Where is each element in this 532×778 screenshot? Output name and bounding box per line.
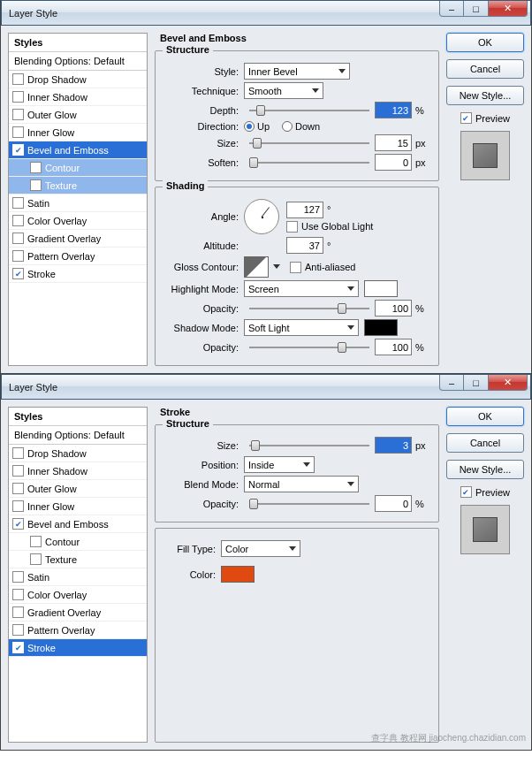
checkbox-icon[interactable] [12, 624, 24, 636]
minimize-button[interactable]: – [439, 1, 464, 17]
shadow-opacity-slider[interactable] [249, 340, 369, 355]
checkbox-icon[interactable] [12, 606, 24, 618]
checkbox-icon[interactable] [12, 250, 24, 262]
style-texture[interactable]: Texture [9, 551, 147, 568]
checkbox-icon[interactable] [12, 268, 24, 279]
checkbox-icon[interactable] [30, 536, 42, 547]
stroke-size-slider[interactable] [249, 439, 369, 453]
direction-down-radio[interactable] [282, 121, 293, 132]
ok-button[interactable]: OK [446, 407, 524, 426]
style-color-overlay[interactable]: Color Overlay [9, 586, 147, 604]
blending-options[interactable]: Blending Options: Default [9, 52, 147, 71]
checkbox-icon[interactable] [12, 518, 24, 530]
checkbox-icon[interactable] [12, 73, 24, 85]
style-select[interactable]: Inner Bevel [244, 63, 350, 80]
stroke-size-input[interactable]: 3 [375, 437, 412, 454]
style-bevel-emboss[interactable]: Bevel and Emboss [9, 141, 147, 159]
titlebar[interactable]: Layer Style – □ ✕ [1, 374, 531, 400]
checkbox-icon[interactable] [30, 553, 42, 565]
stroke-color-swatch[interactable] [221, 566, 255, 583]
new-style-button[interactable]: New Style... [446, 86, 524, 105]
style-texture[interactable]: Texture [9, 177, 147, 194]
stroke-opacity-input[interactable]: 0 [375, 495, 412, 512]
close-button[interactable]: ✕ [489, 375, 528, 391]
highlight-opacity-input[interactable]: 100 [375, 300, 412, 317]
direction-up-radio[interactable] [244, 121, 255, 132]
cancel-button[interactable]: Cancel [446, 433, 524, 453]
style-outer-glow[interactable]: Outer Glow [9, 480, 147, 498]
style-color-overlay[interactable]: Color Overlay [9, 212, 147, 230]
style-drop-shadow[interactable]: Drop Shadow [9, 71, 147, 88]
position-select[interactable]: Inside [244, 456, 315, 473]
global-light-checkbox[interactable] [286, 221, 298, 233]
checkbox-icon[interactable] [12, 109, 24, 120]
style-pattern-overlay[interactable]: Pattern Overlay [9, 248, 147, 265]
checkbox-icon[interactable] [12, 144, 24, 156]
checkbox-icon[interactable] [12, 571, 24, 583]
size-slider[interactable] [249, 136, 369, 150]
gloss-contour-picker[interactable] [244, 256, 269, 278]
checkbox-icon[interactable] [12, 447, 24, 459]
depth-slider[interactable] [249, 103, 369, 118]
blend-mode-select[interactable]: Normal [244, 476, 359, 492]
highlight-opacity-slider[interactable] [249, 301, 369, 316]
ok-button[interactable]: OK [446, 33, 524, 52]
checkbox-icon[interactable] [12, 500, 24, 512]
checkbox-icon[interactable] [12, 91, 24, 103]
checkbox-icon[interactable] [30, 179, 42, 191]
checkbox-icon[interactable] [12, 126, 24, 138]
style-stroke[interactable]: Stroke [9, 265, 147, 283]
checkbox-icon[interactable] [12, 589, 24, 600]
altitude-input[interactable]: 37 [286, 237, 323, 254]
size-input[interactable]: 15 [375, 134, 412, 151]
styles-header[interactable]: Styles [9, 34, 147, 52]
style-inner-shadow[interactable]: Inner Shadow [9, 462, 147, 480]
style-satin[interactable]: Satin [9, 568, 147, 586]
minimize-button[interactable]: – [439, 375, 464, 391]
soften-slider[interactable] [249, 156, 369, 170]
checkbox-icon[interactable] [12, 483, 24, 494]
close-button[interactable]: ✕ [489, 1, 528, 17]
technique-select[interactable]: Smooth [244, 82, 323, 99]
checkbox-icon[interactable] [12, 465, 24, 477]
angle-dial[interactable] [244, 199, 279, 234]
checkbox-icon[interactable] [12, 197, 24, 209]
style-outer-glow[interactable]: Outer Glow [9, 106, 147, 124]
style-pattern-overlay[interactable]: Pattern Overlay [9, 622, 147, 639]
new-style-button[interactable]: New Style... [446, 460, 524, 479]
checkbox-icon[interactable] [30, 162, 42, 173]
soften-input[interactable]: 0 [375, 154, 412, 171]
cancel-button[interactable]: Cancel [446, 59, 524, 79]
style-contour[interactable]: Contour [9, 159, 147, 177]
style-bevel-emboss[interactable]: Bevel and Emboss [9, 515, 147, 533]
styles-header[interactable]: Styles [9, 408, 147, 426]
shadow-color-swatch[interactable] [364, 319, 398, 336]
maximize-button[interactable]: □ [464, 375, 489, 391]
depth-input[interactable]: 123 [375, 102, 412, 118]
preview-checkbox[interactable] [460, 486, 472, 498]
shadow-opacity-input[interactable]: 100 [375, 339, 412, 355]
preview-checkbox[interactable] [460, 112, 472, 124]
titlebar[interactable]: Layer Style 火星时代 – □ ✕ [1, 0, 531, 26]
antialias-checkbox[interactable] [290, 262, 301, 273]
style-gradient-overlay[interactable]: Gradient Overlay [9, 604, 147, 622]
checkbox-icon[interactable] [12, 233, 24, 244]
highlight-color-swatch[interactable] [364, 280, 398, 297]
style-drop-shadow[interactable]: Drop Shadow [9, 445, 147, 462]
checkbox-icon[interactable] [12, 642, 24, 653]
maximize-button[interactable]: □ [464, 1, 489, 17]
style-inner-shadow[interactable]: Inner Shadow [9, 88, 147, 106]
style-satin[interactable]: Satin [9, 194, 147, 212]
style-contour[interactable]: Contour [9, 533, 147, 551]
style-inner-glow[interactable]: Inner Glow [9, 124, 147, 141]
angle-input[interactable]: 127 [286, 202, 323, 218]
shadow-mode-select[interactable]: Soft Light [244, 319, 359, 336]
style-gradient-overlay[interactable]: Gradient Overlay [9, 230, 147, 248]
blending-options[interactable]: Blending Options: Default [9, 426, 147, 445]
checkbox-icon[interactable] [12, 215, 24, 226]
stroke-opacity-slider[interactable] [249, 497, 369, 511]
fill-type-select[interactable]: Color [221, 540, 300, 557]
highlight-mode-select[interactable]: Screen [244, 280, 359, 297]
style-inner-glow[interactable]: Inner Glow [9, 498, 147, 515]
style-stroke[interactable]: Stroke [9, 639, 147, 657]
